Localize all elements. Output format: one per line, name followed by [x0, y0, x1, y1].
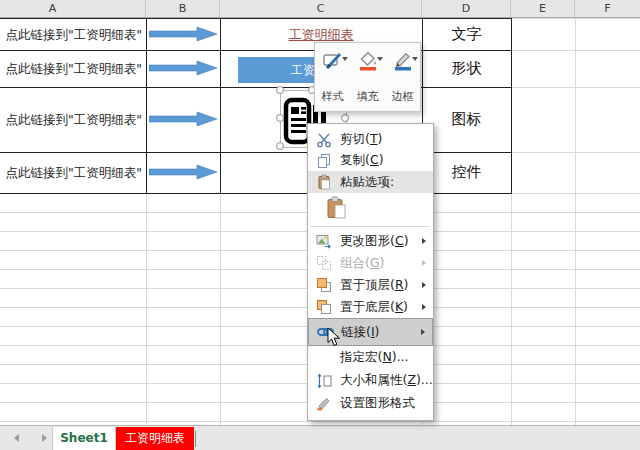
paste-option-row [308, 193, 433, 223]
menu-item-label: 置于底层(K) [340, 299, 408, 316]
gridline [220, 194, 221, 425]
copy-icon [315, 153, 333, 169]
style-dropdown-caret[interactable] [342, 57, 348, 61]
column-header-f[interactable]: F [575, 0, 640, 18]
menu-separator [311, 226, 430, 227]
paste-clipboard-button[interactable] [326, 196, 348, 220]
context-menu: 剪切(T) 复制(C) 粘贴选项: 更改图形(C) [307, 123, 434, 421]
send-to-back-icon [315, 299, 333, 315]
tab-divider [195, 431, 196, 447]
cell-d3-text: 图标 [422, 110, 511, 129]
change-shape-icon [315, 233, 333, 249]
menu-item-bring-to-front[interactable]: 置于顶层(R) [308, 274, 433, 296]
arrow-shape-row4[interactable] [149, 164, 219, 180]
menu-item-copy[interactable]: 复制(C) [308, 150, 433, 171]
submenu-arrow-icon [422, 260, 426, 266]
size-properties-icon [315, 373, 333, 389]
gridline [0, 50, 511, 51]
sheet-tab-salary-detail[interactable]: 工资明细表 [116, 427, 194, 450]
sheet-tab-sheet1[interactable]: Sheet1 [52, 427, 116, 450]
cell-a2-text: 点此链接到"工资明细表" [0, 61, 142, 78]
menu-item-assign-macro[interactable]: 指定宏(N)... [308, 346, 433, 369]
selection-handle-mid-left[interactable] [276, 114, 284, 122]
style-button[interactable]: 样式 [315, 43, 350, 111]
menu-item-label: 置于顶层(R) [340, 277, 408, 294]
cell-d2-text: 形状 [422, 59, 511, 78]
gridline [146, 18, 147, 194]
tab-scroll-left-icon[interactable] [14, 434, 19, 442]
cell-d4-text: 控件 [422, 163, 511, 182]
format-shape-icon [315, 396, 333, 412]
submenu-arrow-icon [422, 238, 426, 244]
selection-handle-top-left[interactable] [276, 86, 284, 94]
menu-item-label: 剪切(T) [340, 131, 382, 148]
selection-handle-mid-right[interactable] [341, 114, 349, 122]
menu-item-label: 复制(C) [340, 152, 384, 169]
menu-item-label: 更改图形(C) [340, 233, 409, 250]
border-pen-icon [392, 49, 414, 71]
border-dropdown-caret[interactable] [412, 57, 418, 61]
mini-format-toolbar: 样式 填充 边框 [314, 42, 421, 112]
gridline [0, 421, 640, 422]
gridline [0, 18, 511, 19]
fill-bucket-icon [357, 49, 379, 71]
fill-dropdown-caret[interactable] [377, 57, 383, 61]
gridline [146, 194, 147, 425]
cut-scissors-icon [315, 132, 333, 148]
menu-item-label: 设置图形格式 [340, 395, 415, 412]
menu-item-label: 组合(G) [340, 255, 384, 272]
cell-a4-text: 点此链接到"工资明细表" [0, 165, 142, 182]
tab-scroll-right-icon[interactable] [42, 434, 47, 442]
fill-button-label: 填充 [350, 89, 385, 104]
arrow-shape-row2[interactable] [149, 60, 219, 76]
bring-to-front-icon [315, 277, 333, 293]
group-icon [315, 255, 333, 271]
submenu-arrow-icon [422, 282, 426, 288]
mouse-cursor [327, 327, 341, 347]
gridline [511, 194, 512, 425]
submenu-arrow-icon [421, 329, 425, 335]
border-button-label: 边框 [385, 89, 420, 104]
selection-handle-bottom-left[interactable] [276, 142, 284, 150]
cell-a3-text: 点此链接到"工资明细表" [0, 112, 142, 129]
border-button[interactable]: 边框 [385, 43, 420, 111]
menu-item-change-shape[interactable]: 更改图形(C) [308, 230, 433, 252]
sheet-tab-bar: Sheet1 工资明细表 [0, 425, 640, 450]
menu-item-label: 链接(I) [341, 324, 379, 341]
column-header-a[interactable]: A [0, 0, 146, 18]
arrow-shape-row1[interactable] [149, 26, 219, 42]
menu-item-size-properties[interactable]: 大小和属性(Z)... [308, 369, 433, 392]
menu-item-group: 组合(G) [308, 252, 433, 274]
menu-item-send-to-back[interactable]: 置于底层(K) [308, 296, 433, 318]
menu-item-label: 指定宏(N)... [340, 349, 409, 366]
column-header-d[interactable]: D [422, 0, 511, 18]
gridline [220, 18, 221, 194]
arrow-shape-row3[interactable] [149, 111, 219, 127]
fill-button[interactable]: 填充 [350, 43, 385, 111]
menu-item-label: 粘贴选项: [340, 174, 394, 191]
column-header-e[interactable]: E [511, 0, 575, 18]
paste-options-clipboard-icon [315, 174, 333, 190]
column-header-c[interactable]: C [220, 0, 422, 18]
column-header-b[interactable]: B [146, 0, 220, 18]
gridline [511, 18, 512, 194]
menu-item-paste-options: 粘贴选项: [308, 171, 433, 193]
menu-item-format-shape[interactable]: 设置图形格式 [308, 392, 433, 415]
gridline [0, 87, 511, 88]
gridline [0, 193, 511, 194]
menu-item-cut[interactable]: 剪切(T) [308, 129, 433, 150]
shape-style-icon [322, 49, 344, 71]
submenu-arrow-icon [422, 304, 426, 310]
gridline [575, 18, 576, 194]
cell-a1-text: 点此链接到"工资明细表" [0, 27, 142, 44]
style-button-label: 样式 [315, 89, 350, 104]
gridline [0, 152, 511, 153]
menu-item-label: 大小和属性(Z)... [340, 372, 433, 389]
gridline [575, 194, 576, 425]
spreadsheet-window: A B C D E F 点此链接到"工资明细表" 点此链接到"工资明细表" 点此… [0, 0, 640, 450]
cell-d1-text: 文字 [422, 25, 511, 44]
